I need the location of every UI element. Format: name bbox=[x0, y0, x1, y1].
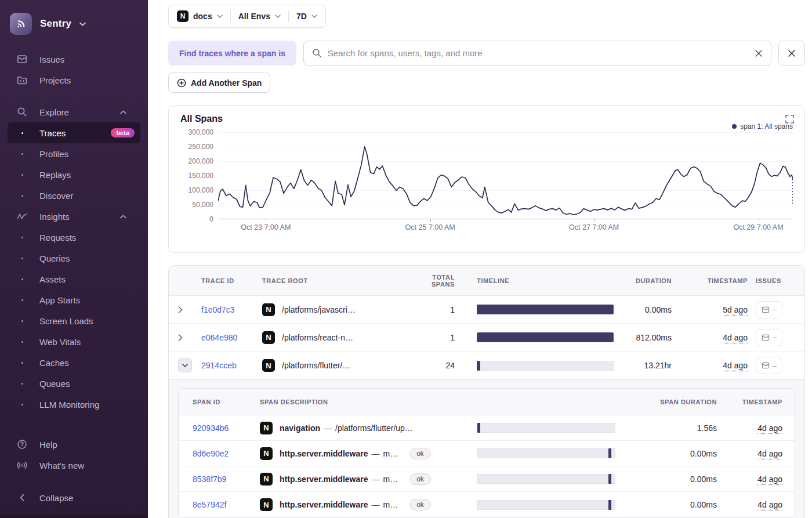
find-traces-chip[interactable]: Find traces where a span is bbox=[168, 41, 296, 66]
x-tick-label: Oct 25 7:00 AM bbox=[405, 223, 455, 231]
sidebar-collapse-button[interactable]: Collapse bbox=[8, 487, 140, 508]
y-tick-label: 200,000 bbox=[188, 157, 213, 165]
bullet-icon bbox=[16, 320, 28, 322]
span-id-link[interactable]: 8d6e90e2 bbox=[193, 449, 246, 458]
trace-id-link[interactable]: f1e0d7c3 bbox=[201, 305, 262, 314]
nextjs-logo-icon: N bbox=[260, 447, 273, 460]
projects-icon bbox=[16, 75, 28, 85]
span-description: m… bbox=[383, 449, 398, 458]
table-row[interactable]: e064e980 N /platforms/react-n… 1 812.00m… bbox=[169, 324, 804, 352]
timestamp-value[interactable]: 4d ago bbox=[723, 333, 748, 342]
chevron-down-icon bbox=[217, 15, 223, 18]
chart-legend[interactable]: span 1: All spans bbox=[180, 122, 793, 131]
timeline-bar bbox=[477, 332, 614, 342]
clear-search-icon[interactable] bbox=[755, 49, 763, 57]
sidebar-section-label: Insights bbox=[39, 212, 70, 222]
divider bbox=[230, 10, 231, 22]
table-row[interactable]: f1e0d7c3 N /platforms/javascri… 1 0.00ms… bbox=[169, 296, 804, 324]
timestamp-value[interactable]: 4d ago bbox=[757, 449, 782, 458]
sidebar-item-label: Projects bbox=[39, 75, 71, 85]
span-id-link[interactable]: 8e57942f bbox=[193, 500, 246, 509]
timestamp-value[interactable]: 4d ago bbox=[757, 474, 782, 484]
sidebar-section-insights[interactable]: Insights bbox=[8, 206, 140, 227]
org-switcher[interactable]: Sentry bbox=[0, 8, 148, 39]
expand-chevron-icon[interactable] bbox=[178, 334, 201, 341]
sidebar-item-replays[interactable]: Replays bbox=[8, 164, 140, 185]
span-row[interactable]: 8538f7b9 N http.server.middleware—m… ok … bbox=[179, 466, 795, 492]
sidebar-item-traces[interactable]: Traces beta bbox=[8, 122, 140, 143]
add-another-span-button[interactable]: Add Another Span bbox=[168, 73, 270, 93]
span-description: m… bbox=[383, 500, 398, 509]
trace-root: /platforms/javascri… bbox=[282, 305, 356, 314]
timestamp-value[interactable]: 5d ago bbox=[723, 305, 748, 314]
sidebar-item-discover[interactable]: Discover bbox=[8, 185, 140, 206]
sidebar-bottom-strip bbox=[0, 515, 148, 518]
sidebar-item-assets[interactable]: Assets bbox=[8, 269, 140, 289]
span-search-box bbox=[303, 41, 771, 66]
timestamp-value[interactable]: 4d ago bbox=[757, 423, 782, 433]
sidebar-item-label: App Starts bbox=[39, 295, 80, 305]
nextjs-logo-icon: N bbox=[262, 331, 275, 344]
trace-id-link[interactable]: 2914cceb bbox=[201, 361, 262, 370]
sidebar-item-label: Replays bbox=[39, 170, 71, 180]
sidebar-item-llm-monitoring[interactable]: LLM Monitoring bbox=[8, 394, 140, 415]
sidebar-item-queries[interactable]: Queries bbox=[8, 248, 140, 269]
date-range-value: 7D bbox=[296, 12, 307, 21]
org-name: Sentry bbox=[40, 18, 71, 30]
span-id-link[interactable]: 920934b6 bbox=[193, 423, 246, 433]
search-input[interactable] bbox=[328, 48, 749, 58]
timestamp-value[interactable]: 4d ago bbox=[757, 500, 782, 509]
chevron-left-icon bbox=[16, 494, 28, 501]
remove-span-filter-button[interactable] bbox=[778, 41, 805, 66]
table-row-expanded[interactable]: 2914cceb N /platforms/flutter/… 24 13.21… bbox=[169, 352, 804, 379]
chevron-up-icon bbox=[120, 215, 126, 219]
col-span-timestamp: TIMESTAMP bbox=[717, 399, 782, 405]
project-name: docs bbox=[193, 12, 212, 21]
project-selector[interactable]: N docs bbox=[177, 10, 223, 22]
date-range-selector[interactable]: 7D bbox=[296, 12, 317, 21]
issues-button[interactable]: – bbox=[756, 301, 782, 318]
fullscreen-icon[interactable] bbox=[785, 115, 794, 125]
app-root: Sentry Issues Projects Explore bbox=[0, 0, 812, 518]
search-icon bbox=[16, 107, 28, 117]
traces-table-header: TRACE ID TRACE ROOT TOTAL SPANS TIMELINE… bbox=[169, 266, 804, 296]
sidebar-item-label: Caches bbox=[39, 358, 69, 368]
collapse-chevron-icon[interactable] bbox=[178, 358, 192, 372]
col-trace-root: TRACE ROOT bbox=[262, 277, 410, 284]
sidebar-item-label: Collapse bbox=[39, 493, 73, 503]
sidebar-item-screen-loads[interactable]: Screen Loads bbox=[8, 310, 140, 331]
expand-chevron-icon[interactable] bbox=[178, 306, 201, 313]
sidebar-item-queues[interactable]: Queues bbox=[8, 373, 140, 394]
span-timeline-bar bbox=[477, 423, 615, 433]
issues-button[interactable]: – bbox=[756, 329, 782, 346]
sidebar-item-caches[interactable]: Caches bbox=[8, 352, 140, 373]
issues-icon bbox=[16, 54, 28, 64]
issues-button[interactable]: – bbox=[756, 357, 782, 374]
y-tick-label: 300,000 bbox=[188, 128, 213, 136]
x-axis-labels: Oct 23 7:00 AM Oct 25 7:00 AM Oct 27 7:0… bbox=[218, 219, 793, 236]
span-id-link[interactable]: 8538f7b9 bbox=[193, 474, 246, 484]
sidebar-item-whats-new[interactable]: What's new bbox=[8, 455, 140, 476]
environment-selector[interactable]: All Envs bbox=[238, 12, 281, 21]
sidebar-item-issues[interactable]: Issues bbox=[8, 49, 140, 70]
trace-id-link[interactable]: e064e980 bbox=[201, 333, 262, 342]
y-tick-label: 150,000 bbox=[188, 172, 213, 180]
issues-icon bbox=[762, 361, 770, 370]
sidebar-item-help[interactable]: Help bbox=[8, 434, 140, 455]
broadcast-icon bbox=[16, 460, 28, 470]
span-row[interactable]: 8d6e90e2 N http.server.middleware—m… ok … bbox=[179, 441, 795, 466]
sidebar-item-requests[interactable]: Requests bbox=[8, 227, 140, 248]
col-duration: DURATION bbox=[614, 277, 672, 284]
sidebar-item-label: Profiles bbox=[39, 149, 68, 159]
sidebar-item-web-vitals[interactable]: Web Vitals bbox=[8, 331, 140, 352]
sentry-logo-icon bbox=[10, 13, 32, 35]
sidebar-item-app-starts[interactable]: App Starts bbox=[8, 289, 140, 310]
span-timeline-bar bbox=[477, 474, 615, 484]
sidebar-item-projects[interactable]: Projects bbox=[8, 70, 140, 90]
span-row[interactable]: 920934b6 N navigation—/platforms/flutter… bbox=[179, 415, 795, 441]
timestamp-value[interactable]: 4d ago bbox=[723, 361, 748, 370]
col-timestamp: TIMESTAMP bbox=[672, 277, 748, 284]
sidebar-section-explore[interactable]: Explore bbox=[8, 102, 140, 122]
sidebar-item-profiles[interactable]: Profiles bbox=[8, 143, 140, 164]
span-row[interactable]: 8e57942f N http.server.middleware—m… ok … bbox=[179, 492, 795, 517]
